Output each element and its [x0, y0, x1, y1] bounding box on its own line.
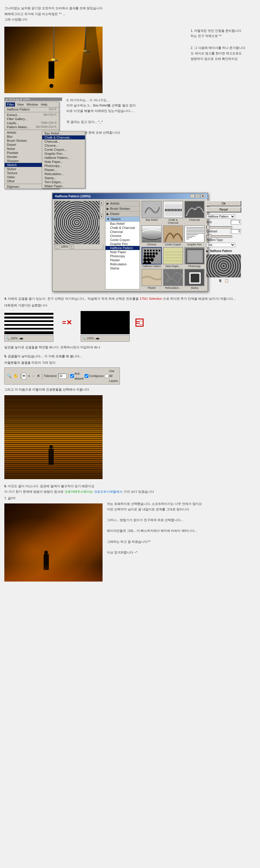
bas-relief-tree[interactable]: Bas Relief — [105, 222, 140, 226]
pattern-maker-item[interactable]: Pattern Maker... Alt+Shift+Ctrl+X — [5, 125, 59, 129]
view-menu-item[interactable]: View — [15, 102, 25, 106]
extract-item[interactable]: Extract... Alt+Ctrl+X — [5, 113, 59, 117]
svg-point-17 — [144, 250, 146, 251]
chalk-charcoal-thumb[interactable] — [163, 201, 183, 218]
reset-button[interactable]: Reset — [206, 207, 241, 212]
stamp-tree[interactable]: Stamp — [105, 266, 140, 270]
halftone-preview-dots — [207, 255, 240, 277]
graphic-pen-tree[interactable]: Graphic Pen — [105, 242, 140, 246]
photocopy-thumb[interactable] — [184, 247, 205, 265]
scroll-thumb[interactable] — [100, 206, 103, 214]
svg-rect-5 — [163, 226, 183, 243]
note-paper-tree[interactable]: Note Paper — [105, 250, 140, 254]
minimize-button[interactable]: _ — [190, 194, 195, 198]
stamp-thumb[interactable] — [184, 269, 205, 286]
reticulation-icon — [163, 269, 183, 286]
charcoal-tree[interactable]: Charcoal — [105, 230, 140, 234]
filter-name-select[interactable]: Halftone Pattern — [206, 214, 235, 219]
help-menu-item[interactable]: Help — [40, 102, 48, 106]
size-slider[interactable] — [206, 226, 232, 228]
filter-gallery-item[interactable]: Filter Gallery... — [5, 117, 59, 121]
subtract-selection-tool[interactable]: - — [32, 373, 35, 379]
halftone-pattern-item[interactable]: Halftone Pattern Ctrl+F — [5, 107, 59, 112]
scroll-down[interactable]: ▼ — [100, 215, 104, 219]
contrast-slider[interactable] — [206, 236, 232, 238]
plaster-tree[interactable]: Plaster — [105, 258, 140, 262]
contiguous-check[interactable] — [85, 374, 88, 378]
contiguous-label: Contiguous — [89, 374, 104, 378]
conte-crayon-tree[interactable]: Conte Crayon — [105, 238, 140, 242]
svg-point-24 — [147, 252, 149, 255]
bas-relief-sub[interactable]: Bas Relief... — [42, 131, 85, 135]
plaster-sub[interactable]: Plaster... — [42, 168, 85, 172]
graphic-pen-sub[interactable]: Graphic Pen... — [42, 152, 85, 156]
tolerance-input[interactable] — [58, 374, 67, 379]
note-paper-thumb[interactable] — [163, 247, 183, 265]
conte-crayon-sub[interactable]: Conte Crayon... — [42, 148, 85, 152]
chalk-charcoal-sub[interactable]: Chalk & Charcoal... — [42, 135, 85, 140]
stamp-sub[interactable]: Stamp... — [42, 176, 85, 180]
chalk-charcoal-tree[interactable]: Chalk & Charcoal — [105, 226, 140, 230]
anti-aliased-check[interactable] — [70, 374, 74, 378]
contiguous-checkbox[interactable]: Contiguous — [85, 374, 104, 378]
torn-edges-sub[interactable]: Torn Edges... — [42, 180, 85, 184]
intro-line-1: 그나마없는 남자랑 공기장 오전까지 도비에서 결과를 조래 맞있습니다 — [4, 6, 256, 11]
photocopy-sub[interactable]: Photocopy... — [42, 164, 85, 168]
halftone-pattern-thumb[interactable] — [142, 247, 162, 265]
chrome-tree[interactable]: Chrome — [105, 234, 140, 238]
halftone-pattern-tree[interactable]: Halftone Pattern — [105, 246, 140, 250]
conte-crayon-thumb[interactable] — [163, 225, 183, 243]
add-effect-icon[interactable]: 🗑 — [219, 279, 222, 283]
add-selection-tool[interactable]: + — [27, 373, 31, 379]
reticulation-tree[interactable]: Reticulation — [105, 262, 140, 266]
magic-wand-tool[interactable]: ✦ — [22, 373, 26, 379]
photocopy-tree[interactable]: Photocopy — [105, 254, 140, 258]
use-all-layers-checkbox[interactable]: Use All Layers — [105, 369, 118, 383]
close-button[interactable]: ✕ — [200, 194, 205, 198]
chrome-thumb[interactable] — [142, 225, 162, 243]
brush-strokes-category[interactable]: ▶ Brush Strokes — [105, 206, 140, 212]
scroll-up[interactable]: ▲ — [100, 201, 104, 205]
left-bars-container: 🔍 100% ◀▶ — [4, 311, 53, 342]
intersect-selection-tool[interactable]: ✕ — [36, 373, 40, 379]
zoom-out-btn[interactable]: - — [56, 245, 60, 249]
section3-note: 첫 결과는 없고 있다... ^_^ — [67, 119, 256, 125]
ok-button[interactable]: Ok — [206, 201, 241, 206]
bas-relief-thumb[interactable] — [142, 201, 162, 218]
graphic-pen-thumb[interactable] — [184, 225, 205, 243]
distort-category[interactable]: ▶ Distort — [105, 212, 140, 217]
maximize-button[interactable]: □ — [195, 194, 200, 198]
croft-link[interactable]: 크로프트시에들에서 — [94, 490, 122, 493]
reticulation-sub[interactable]: Reticulation... — [42, 172, 85, 176]
charcoal-thumb[interactable] — [184, 201, 205, 218]
move-tool[interactable]: ✋ — [13, 373, 18, 379]
filter-menu-item[interactable]: Filter — [6, 102, 15, 106]
new-effect-icon[interactable]: 📋 — [224, 279, 229, 283]
bars-title: 대화창에 가겠다만 실행합니다 — [4, 303, 256, 308]
artistic-category[interactable]: ▶ Artistic — [105, 201, 140, 206]
liquify-item[interactable]: Liquify... Shift+Ctrl+X — [5, 121, 59, 125]
selection-link[interactable]: 175리 Selection — [140, 297, 162, 300]
size-input[interactable] — [231, 220, 241, 224]
section7-title: 7. 끝!!!!! — [4, 496, 256, 501]
zoom-tool[interactable]: 🔍 — [6, 373, 12, 379]
chromateus-link[interactable]: 크로마테우시에서는 — [65, 490, 93, 493]
window-menu-item[interactable]: Window — [26, 102, 39, 106]
plaster-thumb[interactable] — [142, 269, 162, 286]
reticulation-thumb[interactable] — [163, 269, 183, 286]
use-all-layers-check[interactable] — [105, 374, 109, 378]
sketch-category[interactable]: ▼ Sketch — [105, 217, 140, 222]
note-1: 1. 어떻게든 멋진 인원들 준비합니다 하는 친구 적목으로 ^^ — [189, 27, 256, 40]
note-paper-sub[interactable]: Note Paper... — [42, 160, 85, 164]
pattern-type-select[interactable]: Dot Line Circle — [206, 243, 235, 247]
photocopy-label: Photocopy — [184, 265, 205, 268]
contrast-input[interactable] — [231, 229, 241, 234]
anti-aliased-checkbox[interactable]: Anti-aliased — [70, 371, 84, 381]
chrome-sub[interactable]: Chrome... — [42, 144, 85, 148]
halftone-pattern-sub[interactable]: Halftone Pattern... — [42, 156, 85, 160]
filter-thumbnails-area: Bas Relief Chalk & Charcoal — [142, 201, 205, 289]
svg-point-23 — [144, 252, 146, 255]
water-paper-sub[interactable]: Water Paper... — [42, 184, 85, 188]
charcoal-sub[interactable]: Charcoal... — [42, 140, 85, 144]
zoom-in-btn[interactable]: + — [70, 245, 74, 249]
